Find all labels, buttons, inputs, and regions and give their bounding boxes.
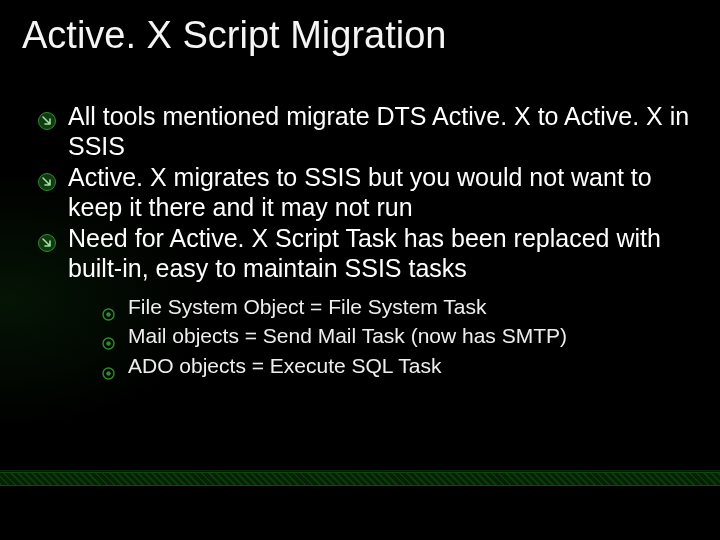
slide-body: All tools mentioned migrate DTS Active. …: [38, 102, 690, 381]
list-item: All tools mentioned migrate DTS Active. …: [38, 102, 690, 161]
list-item: Need for Active. X Script Task has been …: [38, 224, 690, 379]
svg-point-6: [106, 342, 110, 346]
circle-bullet-icon: [102, 359, 115, 372]
list-item: ADO objects = Execute SQL Task: [102, 352, 690, 379]
footer-divider: [0, 472, 720, 486]
svg-point-8: [106, 371, 110, 375]
arrow-circle-icon: [38, 168, 56, 186]
sub-bullet-list: File System Object = File System Task Ma…: [68, 293, 690, 379]
bullet-text: All tools mentioned migrate DTS Active. …: [68, 102, 689, 160]
circle-bullet-icon: [102, 300, 115, 313]
sub-bullet-text: Mail objects = Send Mail Task (now has S…: [128, 324, 567, 347]
arrow-circle-icon: [38, 229, 56, 247]
slide: Active. X Script Migration All tools men…: [0, 0, 720, 540]
slide-title: Active. X Script Migration: [22, 14, 446, 57]
arrow-circle-icon: [38, 107, 56, 125]
list-item: File System Object = File System Task: [102, 293, 690, 320]
list-item: Mail objects = Send Mail Task (now has S…: [102, 322, 690, 349]
list-item: Active. X migrates to SSIS but you would…: [38, 163, 690, 222]
sub-bullet-text: ADO objects = Execute SQL Task: [128, 354, 441, 377]
sub-bullet-text: File System Object = File System Task: [128, 295, 486, 318]
circle-bullet-icon: [102, 329, 115, 342]
bullet-text: Need for Active. X Script Task has been …: [68, 224, 661, 282]
svg-point-4: [106, 312, 110, 316]
bullet-text: Active. X migrates to SSIS but you would…: [68, 163, 652, 221]
main-bullet-list: All tools mentioned migrate DTS Active. …: [38, 102, 690, 379]
